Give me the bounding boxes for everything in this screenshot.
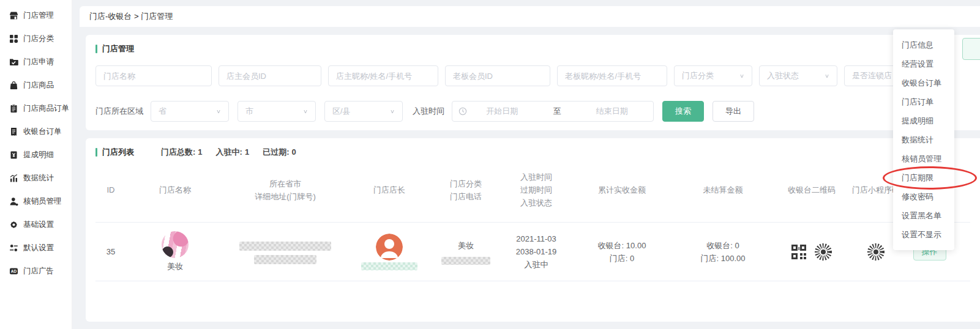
sidebar-item-cashier-orders[interactable]: 收银台订单 [0, 120, 72, 143]
city-select[interactable]: 市 ∨ [238, 101, 316, 122]
ledger-icon [9, 150, 18, 160]
col-header-entry-time: 入驻时间过期时间入驻状态 [499, 171, 573, 209]
table-header: ID 门店名称 所在省市详细地址(门牌号) 门店店长 门店分类门店电话 入驻时间… [95, 158, 970, 223]
col-header-id: ID [95, 183, 126, 196]
add-store-button-partial[interactable] [962, 38, 980, 60]
cell-address [224, 240, 346, 264]
svg-text:AD: AD [11, 269, 17, 273]
menu-item-store-term[interactable]: 门店期限 [893, 168, 954, 187]
province-select-placeholder: 省 [159, 106, 166, 117]
miniprogram-code-icon[interactable] [867, 243, 885, 261]
col-header-cashier-qr: 收银台二维码 [775, 183, 848, 196]
boss-member-id-input[interactable] [445, 65, 550, 86]
category-icon [9, 34, 18, 43]
list-title-row: 门店列表 门店总数:1 入驻中:1 已过期:0 [95, 147, 970, 158]
ad-icon: AD [9, 267, 18, 276]
city-select-placeholder: 市 [245, 106, 253, 117]
blurred-address-line2 [254, 255, 316, 264]
menu-item-change-password[interactable]: 修改密码 [893, 187, 954, 206]
clock-icon [458, 107, 467, 116]
end-date-placeholder[interactable]: 结束日期 [577, 106, 648, 117]
entry-time-label: 入驻时间 [413, 106, 444, 117]
store-category-select[interactable]: 门店分类 ∨ [674, 65, 752, 86]
blurred-address-line1 [239, 242, 331, 251]
menu-item-commission-detail[interactable]: 提成明细 [893, 111, 954, 130]
filter-row-1: 门店分类 ∨ 入驻状态 ∨ 是否连锁店 ∨ [95, 65, 970, 86]
owner-info-input[interactable] [328, 65, 438, 86]
action-dropdown-menu: 门店信息 经营设置 收银台订单 门店订单 提成明细 数据统计 核销员管理 门店期… [893, 29, 954, 250]
sidebar-item-store-management[interactable]: 门店管理 [0, 4, 72, 27]
sliders-icon [9, 243, 18, 253]
province-select[interactable]: 省 ∨ [151, 101, 229, 122]
sidebar-item-label: 默认设置 [23, 243, 54, 253]
district-select-placeholder: 区/县 [332, 106, 351, 117]
export-button[interactable]: 导出 [713, 101, 754, 122]
menu-item-store-orders[interactable]: 门店订单 [893, 92, 954, 111]
search-button[interactable]: 搜索 [662, 101, 704, 122]
store-name-input[interactable] [95, 65, 212, 86]
cell-received-amount: 收银台: 10.00门店: 0 [573, 239, 671, 265]
sidebar-item-verifier-management[interactable]: 核销员管理 [0, 190, 72, 213]
store-name-text: 美妆 [126, 260, 224, 273]
sidebar-item-label: 门店商品 [23, 80, 54, 91]
sidebar-item-label: 收银台订单 [23, 127, 62, 137]
sidebar-item-label: 门店商品订单 [23, 103, 69, 114]
chart-icon [9, 174, 18, 183]
start-date-placeholder[interactable]: 开始日期 [467, 106, 537, 117]
bag-icon [9, 81, 18, 90]
menu-item-set-blacklist[interactable]: 设置黑名单 [893, 206, 954, 225]
chevron-down-icon: ∨ [303, 108, 308, 114]
sidebar-item-label: 门店广告 [23, 266, 54, 276]
sidebar-item-store-apply[interactable]: 门店申请 [0, 50, 72, 73]
cell-unsettled-amount: 收银台: 0门店: 100.00 [671, 239, 775, 265]
miniprogram-code-icon[interactable] [814, 243, 832, 261]
entry-time-range-picker[interactable]: 开始日期 至 结束日期 [452, 101, 654, 122]
store-category-select-placeholder: 门店分类 [682, 70, 714, 81]
sidebar-item-data-statistics[interactable]: 数据统计 [0, 166, 72, 190]
chevron-down-icon: ∨ [390, 108, 395, 114]
cell-cashier-qr [775, 243, 848, 261]
sidebar-item-store-ads[interactable]: AD 门店广告 [0, 259, 72, 283]
folder-check-icon [9, 57, 18, 67]
store-avatar [162, 231, 189, 258]
green-bar-icon [95, 148, 97, 157]
entry-status-select[interactable]: 入驻状态 ∨ [759, 65, 837, 86]
sidebar-item-basic-settings[interactable]: 基础设置 [0, 213, 72, 236]
sidebar-item-label: 数据统计 [23, 173, 54, 183]
filter-row-2: 门店所在区域 省 ∨ 市 ∨ 区/县 ∨ 入驻时间 开始日期 至 结束日期 搜索… [95, 101, 970, 122]
district-select[interactable]: 区/县 ∨ [324, 101, 403, 122]
col-header-store-name: 门店名称 [126, 183, 224, 196]
sidebar: 门店管理 门店分类 门店申请 门店商品 门店商品订单 收银台订单 提成明细 数据… [0, 0, 72, 329]
menu-item-verifier-management[interactable]: 核销员管理 [893, 149, 954, 168]
menu-item-set-hidden[interactable]: 设置不显示 [893, 225, 954, 244]
sidebar-item-label: 核销员管理 [23, 196, 62, 207]
owner-member-id-input[interactable] [219, 65, 321, 86]
col-header-received-amount: 累计实收金额 [573, 183, 671, 196]
menu-item-store-info[interactable]: 门店信息 [893, 35, 954, 54]
receipt-icon [9, 127, 18, 136]
col-header-manager: 门店店长 [346, 183, 432, 196]
sidebar-item-commission-detail[interactable]: 提成明细 [0, 143, 72, 166]
chevron-down-icon: ∨ [739, 73, 744, 79]
sidebar-item-store-category[interactable]: 门店分类 [0, 27, 72, 50]
menu-item-cashier-orders[interactable]: 收银台订单 [893, 73, 954, 92]
menu-item-business-settings[interactable]: 经营设置 [893, 54, 954, 73]
stat-active: 入驻中:1 [216, 147, 250, 158]
dropdown-arrow-icon [926, 246, 935, 255]
cell-id: 35 [95, 245, 126, 258]
green-bar-icon [95, 45, 97, 53]
filter-title-text: 门店管理 [102, 43, 134, 54]
sidebar-item-default-settings[interactable]: 默认设置 [0, 236, 72, 259]
join-date: 2021-11-03 [499, 232, 573, 245]
breadcrumb: 门店-收银台 > 门店管理 [80, 6, 980, 27]
boss-info-input[interactable] [557, 65, 667, 86]
chevron-down-icon: ∨ [825, 73, 829, 79]
qr-code-icon[interactable] [791, 244, 807, 260]
sidebar-item-store-goods-orders[interactable]: 门店商品订单 [0, 97, 72, 120]
sidebar-item-label: 门店分类 [23, 34, 54, 44]
menu-item-data-statistics[interactable]: 数据统计 [893, 130, 954, 149]
date-range-separator: 至 [553, 106, 561, 117]
store-icon [9, 11, 18, 20]
sidebar-item-store-goods[interactable]: 门店商品 [0, 73, 72, 97]
store-list-card: 门店列表 门店总数:1 入驻中:1 已过期:0 ID 门店名称 所在省市详细地址… [86, 138, 980, 322]
